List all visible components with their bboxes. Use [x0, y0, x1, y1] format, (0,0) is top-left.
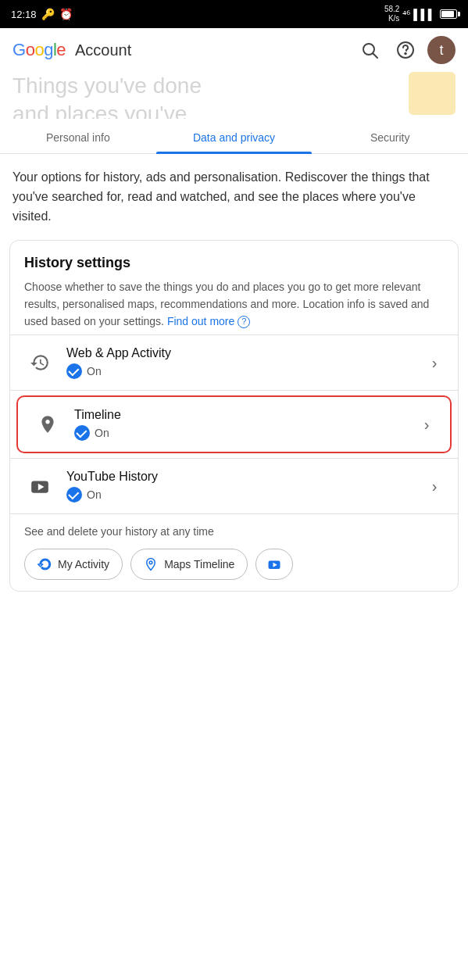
- battery-icon: [440, 9, 457, 19]
- youtube-chevron: ›: [425, 477, 444, 495]
- tab-personal-info[interactable]: Personal info: [0, 122, 156, 153]
- avatar[interactable]: t: [427, 36, 455, 64]
- bottom-buttons: My Activity Maps Timeline: [24, 549, 444, 583]
- signal-icon: ▌▌▌: [413, 9, 435, 20]
- web-app-content: Web & App Activity On: [55, 346, 425, 379]
- timeline-wrapper: Timeline On ›: [10, 391, 458, 458]
- bottom-label: See and delete your history at any time: [24, 525, 444, 538]
- hero-text: Things you've done and places you've: [13, 72, 455, 119]
- svg-point-6: [149, 561, 152, 564]
- status-bar: 12:18 🔑 ⏰ 58.2K/s ⁴⁶ ▌▌▌: [0, 0, 468, 28]
- hero-image: [409, 72, 455, 115]
- card-header: History settings Choose whether to save …: [10, 241, 458, 334]
- google-logo: Google: [13, 40, 66, 60]
- timeline-status: On: [74, 425, 417, 441]
- timeline-chevron: ›: [417, 415, 436, 434]
- setting-web-app-activity[interactable]: Web & App Activity On ›: [10, 335, 458, 390]
- find-out-more-link[interactable]: Find out more ?: [167, 313, 250, 331]
- maps-timeline-button[interactable]: Maps Timeline: [130, 549, 248, 580]
- wifi-icon: ⁴⁶: [402, 9, 410, 20]
- card-title: History settings: [24, 255, 444, 271]
- my-activity-button[interactable]: My Activity: [24, 549, 123, 580]
- timeline-icon: [32, 409, 63, 440]
- search-button[interactable]: [355, 36, 384, 64]
- logo-o1: o: [26, 40, 35, 60]
- youtube-check: [66, 487, 82, 503]
- logo-g: G: [13, 40, 26, 60]
- youtube-history-button[interactable]: [255, 549, 293, 580]
- timeline-content: Timeline On: [63, 408, 417, 441]
- status-right: 58.2K/s ⁴⁶ ▌▌▌: [384, 5, 457, 23]
- youtube-status: On: [66, 487, 425, 503]
- card-description: Choose whether to save the things you do…: [24, 279, 444, 330]
- alarm-icon: ⏰: [59, 8, 73, 20]
- time: 12:18: [11, 9, 37, 20]
- account-text: Account: [75, 41, 131, 59]
- help-circle-icon: ?: [238, 316, 250, 328]
- logo-g2: g: [44, 40, 53, 60]
- page-description: Your options for history, ads and person…: [0, 154, 468, 234]
- web-app-check: [66, 363, 82, 379]
- youtube-icon: [24, 470, 55, 502]
- network-speed: 58.2K/s: [384, 5, 399, 23]
- logo-o2: o: [34, 40, 44, 60]
- history-settings-card: History settings Choose whether to save …: [9, 240, 459, 592]
- bottom-section: See and delete your history at any time …: [10, 514, 458, 591]
- status-left: 12:18 🔑 ⏰: [11, 8, 73, 20]
- web-app-icon: [24, 347, 55, 378]
- svg-line-1: [373, 54, 378, 59]
- tabs: Personal info Data and privacy Security: [0, 122, 468, 154]
- setting-timeline[interactable]: Timeline On ›: [16, 395, 452, 453]
- setting-youtube-history[interactable]: YouTube History On ›: [10, 459, 458, 513]
- key-icon: 🔑: [41, 8, 55, 20]
- header: Google Account t: [0, 28, 468, 72]
- timeline-check: [74, 425, 90, 441]
- logo-e: e: [56, 40, 66, 60]
- tab-data-privacy[interactable]: Data and privacy: [156, 122, 313, 153]
- svg-point-3: [405, 53, 406, 55]
- help-button[interactable]: [391, 36, 420, 64]
- web-app-status: On: [66, 363, 425, 379]
- tab-security[interactable]: Security: [312, 122, 468, 153]
- web-app-chevron: ›: [425, 353, 444, 372]
- hero-area: Things you've done and places you've: [0, 72, 468, 119]
- youtube-content: YouTube History On: [55, 470, 425, 503]
